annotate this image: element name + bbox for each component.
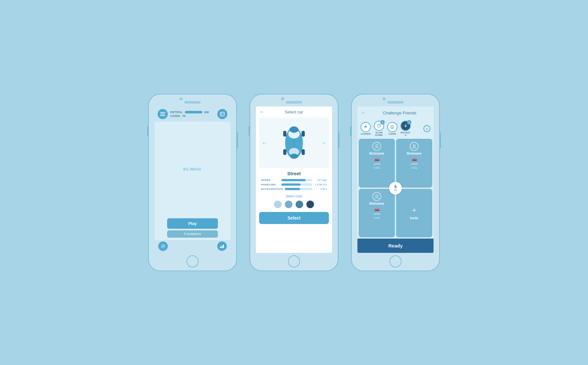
color-dot-1[interactable]: [274, 201, 282, 208]
phone-3-camera: [383, 98, 385, 100]
friend-1-avatar: [372, 142, 381, 151]
bg-image-area: BG IMAGE: [154, 122, 231, 216]
bg-text: BG IMAGE: [183, 167, 201, 171]
svg-rect-2: [160, 115, 165, 116]
countdown-timer: 5 sec: [389, 182, 402, 195]
rockets-label: ROCKETS: [400, 131, 411, 136]
acceleration-stat: ACCELERATION 4.49 s: [261, 188, 327, 190]
car-stats: SPEED 237 mph HANDLING 1.2780 G's: [256, 177, 332, 193]
svg-rect-18: [302, 149, 305, 155]
invitations-button[interactable]: 5 Invitations: [167, 230, 218, 238]
store-icon[interactable]: [217, 109, 227, 119]
speed-bar: [281, 179, 312, 181]
settings-icon[interactable]: [158, 241, 168, 251]
powerup-rockets[interactable]: 2 ROCKETS: [400, 121, 411, 136]
invite-card[interactable]: + Invite: [396, 189, 432, 237]
phone-3-header: ← Challenge Friends: [357, 106, 434, 119]
svg-point-26: [376, 145, 378, 147]
stats-icon[interactable]: [217, 241, 227, 251]
friend-card-3[interactable]: Nickname 🚗 Level ready: [359, 189, 395, 237]
bg-placeholder: BG IMAGE: [154, 122, 231, 216]
friend-2-level: Level: [411, 162, 418, 165]
car-name: Street: [256, 168, 332, 177]
coins-circle: $: [387, 122, 397, 132]
friend-1-status: ready: [374, 166, 380, 169]
svg-rect-3: [220, 112, 224, 116]
svg-rect-8: [222, 246, 223, 248]
powerup-coins[interactable]: $ COINS: [387, 122, 397, 135]
slowdown-badge: 5: [380, 120, 385, 125]
svg-point-28: [376, 195, 378, 197]
invite-label: Invite: [410, 216, 418, 220]
speed-bar-fill: [281, 179, 305, 181]
powerups-row: LONGER 5 SLOW DOWN: [357, 119, 434, 139]
add-powerup-button[interactable]: +: [423, 125, 430, 132]
color-dots: [256, 199, 332, 209]
speed-label: SPEED: [261, 179, 279, 182]
friend-2-name: Nickname: [407, 152, 421, 155]
phone-1-speaker: [185, 101, 200, 103]
longer-circle: [361, 122, 371, 132]
menu-icon[interactable]: [158, 109, 168, 119]
color-select-label: Select color: [256, 193, 332, 199]
rockets-badge: 2: [407, 120, 411, 125]
phone-3-home-button[interactable]: [389, 255, 402, 267]
ready-button[interactable]: Ready: [357, 239, 434, 253]
powerup-longer[interactable]: LONGER: [361, 122, 371, 135]
coins-label: COINS: [170, 114, 180, 118]
coins-powerup-label: COINS: [389, 133, 396, 135]
invite-plus-icon: +: [412, 206, 416, 215]
speed-value: 237 mph: [314, 179, 327, 182]
slowdown-label: SLOW DOWN: [373, 131, 385, 136]
handling-stat: HANDLING 1.2780 G's: [261, 183, 327, 186]
acceleration-bar: [285, 188, 312, 190]
friend-card-1[interactable]: Nickname 🚗 Level ready: [359, 139, 395, 187]
friend-3-avatar: [372, 192, 381, 201]
scene: PETROL 500 COINS 75: [135, 81, 453, 284]
svg-rect-7: [220, 247, 221, 248]
select-button[interactable]: Select: [259, 212, 329, 224]
svg-point-27: [413, 145, 415, 147]
handling-label: HANDLING: [261, 183, 279, 186]
svg-point-13: [290, 126, 298, 133]
svg-rect-0: [160, 112, 165, 113]
phone-1-footer: Play 5 Invitations: [154, 216, 231, 240]
friend-2-status: ready: [411, 166, 417, 169]
svg-rect-9: [223, 245, 224, 248]
slowdown-circle: 5: [374, 121, 384, 131]
play-button[interactable]: Play: [167, 218, 218, 229]
phone-3: ← Challenge Friends LONGER: [351, 94, 440, 271]
petrol-value: 500: [204, 111, 209, 114]
petrol-bar: [185, 111, 202, 113]
timer-number: 5: [395, 185, 397, 189]
coins-value: 75: [182, 114, 186, 118]
car-prev-button[interactable]: ←: [262, 140, 267, 146]
friend-3-name: Nickname: [369, 202, 384, 205]
back-arrow[interactable]: ←: [259, 109, 265, 115]
car-display: ←: [259, 118, 329, 168]
color-dot-2[interactable]: [285, 201, 292, 208]
friend-1-car: 🚗: [374, 156, 380, 161]
color-dot-3[interactable]: [296, 201, 303, 208]
friend-card-2[interactable]: Nickname 🚗 Level ready: [396, 139, 432, 187]
powerup-slowdown[interactable]: 5 SLOW DOWN: [373, 121, 385, 136]
friend-3-level: Level: [373, 212, 380, 215]
color-dot-4[interactable]: [306, 201, 314, 208]
phone-2-title: Select car: [285, 110, 303, 114]
svg-rect-17: [302, 131, 305, 137]
phone-2-home-button[interactable]: [288, 255, 300, 267]
longer-label: LONGER: [361, 133, 371, 135]
friend-3-car: 🚗: [374, 206, 380, 211]
phone-2-header: ← Select car: [256, 106, 332, 118]
phone3-back-arrow[interactable]: ←: [361, 110, 366, 116]
phone-1-bottom-bar: [154, 240, 231, 253]
acceleration-label: ACCELERATION: [261, 188, 283, 190]
handling-value: 1.2780 G's: [314, 183, 327, 186]
phone-3-screen: ← Challenge Friends LONGER: [357, 106, 434, 253]
handling-bar: [281, 183, 312, 186]
car-next-button[interactable]: →: [321, 140, 326, 146]
phone-1-home-button[interactable]: [186, 255, 199, 267]
friend-1-level: Level: [373, 162, 380, 165]
friends-grid: Nickname 🚗 Level ready Nickn: [357, 139, 434, 237]
phone-2-camera: [281, 98, 284, 100]
